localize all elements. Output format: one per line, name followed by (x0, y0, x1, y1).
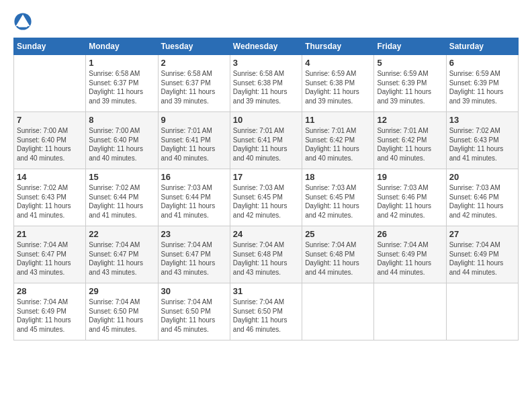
day-number: 1 (89, 58, 154, 68)
svg-rect-2 (18, 26, 28, 28)
day-detail: Sunrise: 7:04 AM Sunset: 6:49 PM Dayligh… (449, 240, 515, 277)
day-cell (374, 283, 446, 340)
day-cell: 12Sunrise: 7:01 AM Sunset: 6:42 PM Dayli… (374, 112, 446, 169)
page: SundayMondayTuesdayWednesdayThursdayFrid… (0, 0, 532, 347)
day-detail: Sunrise: 6:59 AM Sunset: 6:39 PM Dayligh… (449, 69, 515, 105)
day-detail: Sunrise: 7:04 AM Sunset: 6:49 PM Dayligh… (377, 240, 443, 277)
day-header-friday: Friday (374, 38, 446, 55)
day-number: 29 (89, 286, 154, 296)
week-row-1: 1Sunrise: 6:58 AM Sunset: 6:37 PM Daylig… (14, 55, 519, 112)
day-detail: Sunrise: 7:04 AM Sunset: 6:49 PM Dayligh… (17, 298, 83, 334)
day-header-monday: Monday (86, 38, 158, 55)
day-number: 23 (161, 229, 227, 239)
day-detail: Sunrise: 7:04 AM Sunset: 6:50 PM Dayligh… (233, 298, 299, 334)
day-number: 3 (233, 58, 299, 68)
week-row-2: 7Sunrise: 7:00 AM Sunset: 6:40 PM Daylig… (14, 112, 519, 169)
day-detail: Sunrise: 6:59 AM Sunset: 6:38 PM Dayligh… (305, 69, 371, 105)
week-row-3: 14Sunrise: 7:02 AM Sunset: 6:43 PM Dayli… (14, 169, 519, 226)
day-number: 30 (161, 286, 227, 296)
day-detail: Sunrise: 7:03 AM Sunset: 6:46 PM Dayligh… (449, 183, 515, 220)
day-number: 9 (161, 115, 227, 125)
day-detail: Sunrise: 7:01 AM Sunset: 6:41 PM Dayligh… (233, 126, 299, 163)
day-cell: 20Sunrise: 7:03 AM Sunset: 6:46 PM Dayli… (446, 169, 518, 226)
day-cell: 6Sunrise: 6:59 AM Sunset: 6:39 PM Daylig… (446, 55, 518, 112)
day-number: 21 (17, 229, 83, 239)
day-number: 26 (377, 229, 443, 239)
day-number: 5 (377, 58, 443, 68)
day-detail: Sunrise: 7:02 AM Sunset: 6:44 PM Dayligh… (89, 183, 154, 220)
day-cell: 27Sunrise: 7:04 AM Sunset: 6:49 PM Dayli… (446, 226, 518, 283)
day-number: 20 (449, 172, 515, 182)
calendar-body: 1Sunrise: 6:58 AM Sunset: 6:37 PM Daylig… (14, 55, 519, 340)
day-number: 24 (233, 229, 299, 239)
day-cell: 26Sunrise: 7:04 AM Sunset: 6:49 PM Dayli… (374, 226, 446, 283)
day-number: 11 (305, 115, 371, 125)
day-number: 8 (89, 115, 154, 125)
day-header-sunday: Sunday (14, 38, 86, 55)
day-number: 18 (305, 172, 371, 182)
day-detail: Sunrise: 7:04 AM Sunset: 6:50 PM Dayligh… (161, 298, 227, 334)
day-header-wednesday: Wednesday (230, 38, 302, 55)
day-cell: 19Sunrise: 7:03 AM Sunset: 6:46 PM Dayli… (374, 169, 446, 226)
day-cell: 22Sunrise: 7:04 AM Sunset: 6:47 PM Dayli… (86, 226, 158, 283)
day-number: 14 (17, 172, 83, 182)
header-row: SundayMondayTuesdayWednesdayThursdayFrid… (14, 38, 519, 55)
day-cell: 15Sunrise: 7:02 AM Sunset: 6:44 PM Dayli… (86, 169, 158, 226)
header (13, 12, 519, 31)
day-cell: 31Sunrise: 7:04 AM Sunset: 6:50 PM Dayli… (230, 283, 302, 340)
day-cell: 28Sunrise: 7:04 AM Sunset: 6:49 PM Dayli… (14, 283, 86, 340)
day-cell: 9Sunrise: 7:01 AM Sunset: 6:41 PM Daylig… (158, 112, 230, 169)
day-detail: Sunrise: 7:03 AM Sunset: 6:46 PM Dayligh… (377, 183, 443, 220)
day-cell: 14Sunrise: 7:02 AM Sunset: 6:43 PM Dayli… (14, 169, 86, 226)
day-detail: Sunrise: 7:01 AM Sunset: 6:42 PM Dayligh… (305, 126, 371, 163)
calendar: SundayMondayTuesdayWednesdayThursdayFrid… (13, 38, 519, 340)
day-detail: Sunrise: 7:04 AM Sunset: 6:48 PM Dayligh… (233, 240, 299, 277)
day-number: 10 (233, 115, 299, 125)
day-number: 28 (17, 286, 83, 296)
day-detail: Sunrise: 6:58 AM Sunset: 6:37 PM Dayligh… (89, 69, 154, 105)
day-cell (14, 55, 86, 112)
day-cell: 16Sunrise: 7:03 AM Sunset: 6:44 PM Dayli… (158, 169, 230, 226)
day-cell: 13Sunrise: 7:02 AM Sunset: 6:43 PM Dayli… (446, 112, 518, 169)
day-detail: Sunrise: 7:01 AM Sunset: 6:41 PM Dayligh… (161, 126, 227, 163)
day-detail: Sunrise: 7:04 AM Sunset: 6:47 PM Dayligh… (17, 240, 83, 277)
day-detail: Sunrise: 7:03 AM Sunset: 6:45 PM Dayligh… (233, 183, 299, 220)
day-number: 12 (377, 115, 443, 125)
day-number: 17 (233, 172, 299, 182)
day-detail: Sunrise: 7:04 AM Sunset: 6:47 PM Dayligh… (89, 240, 154, 277)
day-detail: Sunrise: 7:04 AM Sunset: 6:48 PM Dayligh… (305, 240, 371, 277)
day-cell: 25Sunrise: 7:04 AM Sunset: 6:48 PM Dayli… (302, 226, 374, 283)
calendar-header: SundayMondayTuesdayWednesdayThursdayFrid… (14, 38, 519, 55)
day-detail: Sunrise: 7:00 AM Sunset: 6:40 PM Dayligh… (17, 126, 83, 163)
day-header-thursday: Thursday (302, 38, 374, 55)
day-number: 22 (89, 229, 154, 239)
day-detail: Sunrise: 7:03 AM Sunset: 6:44 PM Dayligh… (161, 183, 227, 220)
day-cell: 7Sunrise: 7:00 AM Sunset: 6:40 PM Daylig… (14, 112, 86, 169)
day-number: 2 (161, 58, 227, 68)
day-cell (446, 283, 518, 340)
day-cell (302, 283, 374, 340)
day-header-saturday: Saturday (446, 38, 518, 55)
logo-icon (13, 12, 32, 31)
week-row-5: 28Sunrise: 7:04 AM Sunset: 6:49 PM Dayli… (14, 283, 519, 340)
day-detail: Sunrise: 7:02 AM Sunset: 6:43 PM Dayligh… (17, 183, 83, 220)
day-number: 25 (305, 229, 371, 239)
day-detail: Sunrise: 6:59 AM Sunset: 6:39 PM Dayligh… (377, 69, 443, 105)
day-cell: 5Sunrise: 6:59 AM Sunset: 6:39 PM Daylig… (374, 55, 446, 112)
day-cell: 4Sunrise: 6:59 AM Sunset: 6:38 PM Daylig… (302, 55, 374, 112)
day-number: 16 (161, 172, 227, 182)
day-cell: 24Sunrise: 7:04 AM Sunset: 6:48 PM Dayli… (230, 226, 302, 283)
day-cell: 21Sunrise: 7:04 AM Sunset: 6:47 PM Dayli… (14, 226, 86, 283)
day-number: 15 (89, 172, 154, 182)
day-cell: 3Sunrise: 6:58 AM Sunset: 6:38 PM Daylig… (230, 55, 302, 112)
day-number: 6 (449, 58, 515, 68)
day-cell: 1Sunrise: 6:58 AM Sunset: 6:37 PM Daylig… (86, 55, 158, 112)
day-cell: 2Sunrise: 6:58 AM Sunset: 6:37 PM Daylig… (158, 55, 230, 112)
day-detail: Sunrise: 7:04 AM Sunset: 6:47 PM Dayligh… (161, 240, 227, 277)
day-number: 19 (377, 172, 443, 182)
day-cell: 8Sunrise: 7:00 AM Sunset: 6:40 PM Daylig… (86, 112, 158, 169)
day-number: 13 (449, 115, 515, 125)
day-detail: Sunrise: 6:58 AM Sunset: 6:38 PM Dayligh… (233, 69, 299, 105)
day-number: 4 (305, 58, 371, 68)
day-detail: Sunrise: 7:04 AM Sunset: 6:50 PM Dayligh… (89, 298, 154, 334)
